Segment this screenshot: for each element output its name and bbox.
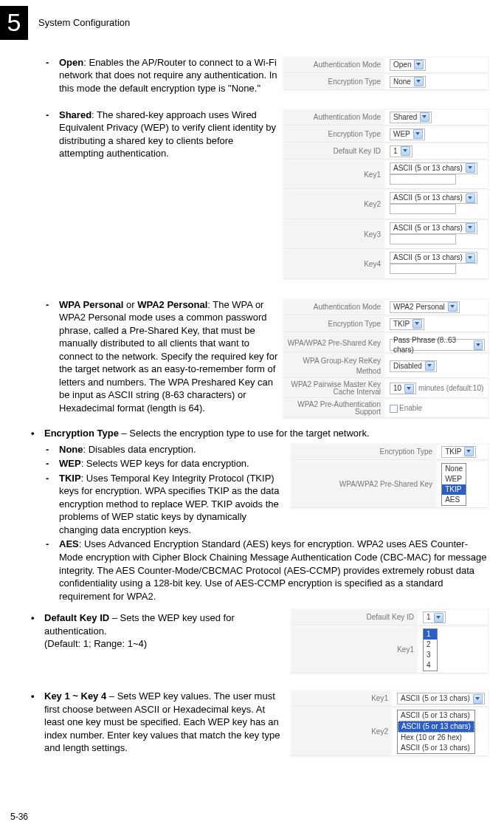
dropdown-enc-type[interactable]: TKIP (390, 318, 424, 330)
screenshot-open: Authentication Mode Open Encryption Type… (283, 56, 489, 92)
table-row: Key4ASCII (5 or 13 chars) (284, 250, 488, 279)
chevron-down-icon (412, 319, 422, 329)
checkbox-preauth[interactable] (390, 405, 398, 413)
dropdown-key2[interactable]: ASCII (5 or 13 chars) (390, 192, 477, 204)
table-row: Key2ASCII (5 or 13 chars) (284, 191, 488, 219)
label-enc-type: Encryption Type (284, 75, 384, 90)
chevron-down-icon (466, 193, 475, 203)
bullet-dot: • (31, 690, 44, 703)
table-row: Key3ASCII (5 or 13 chars) (284, 221, 488, 250)
key14-option-ascii2[interactable]: ASCII (5 or 13 chars) (398, 743, 474, 753)
chevron-down-icon (466, 253, 475, 263)
item-wpa-text: WPA Personal or WPA2 Personal: The WPA o… (59, 298, 278, 415)
chevron-down-icon (425, 361, 435, 371)
screenshot-wpa: Authentication ModeWPA2 Personal Encrypt… (283, 298, 489, 420)
dropdown-enc-type[interactable]: WEP (390, 128, 425, 140)
dropdown-rekey[interactable]: Disabled (390, 360, 437, 372)
chevron-down-icon (404, 384, 414, 394)
table-row: Key1 1 2 3 4 (291, 627, 488, 673)
dropdown-key4[interactable]: ASCII (5 or 13 chars) (390, 252, 477, 264)
key14-option-hex[interactable]: Hex (10 or 26 hex) (398, 733, 474, 743)
dropdown-default-key[interactable]: 1 (390, 145, 412, 157)
item-aes-text: AES: Uses Advanced Encryption Standard (… (59, 538, 489, 603)
item-open: Authentication Mode Open Encryption Type… (31, 56, 489, 97)
chevron-down-icon (473, 694, 483, 704)
input-key3[interactable] (390, 234, 456, 244)
dropdown-key3[interactable]: ASCII (5 or 13 chars) (390, 222, 477, 234)
enc-options-open[interactable]: None WEP TKIP AES (441, 463, 466, 506)
key14-option-ascii[interactable]: ASCII (5 or 13 chars) (398, 710, 474, 721)
enc-option-tkip[interactable]: TKIP (442, 484, 466, 495)
page-content: Authentication Mode Open Encryption Type… (0, 52, 504, 759)
table-row: Encryption TypeTKIP (291, 445, 488, 460)
chevron-down-icon (466, 163, 475, 173)
dropdown-pmk-interval[interactable]: 10 (390, 383, 416, 394)
table-row: Authentication ModeShared (284, 110, 488, 126)
bullet-dash: - (46, 538, 59, 551)
dropdown-default-key[interactable]: 1 (423, 611, 446, 623)
defkey-options-open[interactable]: 1 2 3 4 (423, 628, 438, 671)
input-key2[interactable] (390, 204, 456, 214)
page-number: 5-36 (10, 811, 28, 823)
defkey-option-4[interactable]: 4 (424, 660, 437, 671)
dropdown-psk[interactable]: Pass Phrase (8..63 chars) (390, 339, 485, 351)
table-row: Default Key ID1 (284, 144, 488, 160)
chevron-down-icon (448, 302, 458, 312)
bullet-dash: - (46, 56, 59, 69)
bullet-dot: • (31, 611, 44, 625)
key14-options-open[interactable]: ASCII (5 or 13 chars) ASCII (5 or 13 cha… (397, 710, 475, 754)
item-encryption-type: • Encryption Type – Selects the encrypti… (31, 427, 489, 440)
chapter-title: System Configuration (38, 16, 130, 30)
chapter-header: 5 System Configuration (0, 0, 504, 52)
dropdown-key1[interactable]: ASCII (5 or 13 chars) (390, 162, 477, 174)
bullet-dash: - (46, 457, 59, 470)
bullet-dash: - (46, 472, 59, 485)
chevron-down-icon (401, 146, 410, 156)
table-row: WPA2 Pairwise Master Key Cache Interval1… (284, 380, 488, 398)
value-enc-type: None (385, 75, 488, 90)
label-auth-mode: Authentication Mode (284, 58, 384, 73)
item-wpa: Authentication ModeWPA2 Personal Encrypt… (31, 298, 489, 422)
bullet-dash: - (46, 443, 59, 456)
item-tkip-text: TKIP: Uses Temporal Key Integrity Protoc… (59, 472, 286, 537)
dropdown-auth-mode[interactable]: Shared (390, 112, 432, 123)
defkey-option-1[interactable]: 1 (424, 629, 437, 640)
defkey-option-2[interactable]: 2 (424, 640, 437, 650)
table-row: Authentication ModeWPA2 Personal (284, 300, 488, 315)
enc-option-none[interactable]: None (442, 464, 466, 474)
chapter-number: 5 (0, 6, 28, 40)
dropdown-key1[interactable]: ASCII (5 or 13 chars) (397, 693, 485, 705)
table-row: Encryption Type None (284, 75, 488, 90)
table-row: WPA/WPA2 Pre-Shared KeyPass Phrase (8..6… (284, 334, 488, 354)
screenshot-enc-type: Encryption TypeTKIP WPA/WPA2 Pre-Shared … (290, 443, 489, 510)
enc-option-aes[interactable]: AES (442, 495, 466, 505)
chevron-down-icon (414, 77, 424, 86)
item-wep-text: WEP: Selects WEP keys for data encryptio… (59, 457, 286, 470)
chevron-down-icon (434, 613, 443, 623)
item-encryption-type-text: Encryption Type – Selects the encryption… (44, 427, 489, 440)
table-row: WPA Group-Key ReKey MethodDisabled (284, 354, 488, 378)
bullet-dot: • (31, 427, 44, 440)
dropdown-auth-mode[interactable]: Open (390, 59, 426, 71)
input-key4[interactable] (390, 264, 456, 274)
enc-option-wep[interactable]: WEP (442, 474, 466, 484)
dropdown-auth-mode[interactable]: WPA2 Personal (390, 301, 460, 313)
input-key1[interactable] (390, 174, 456, 185)
item-default-key-text: Default Key ID – Sets the WEP key used f… (44, 611, 286, 651)
table-row: Key1ASCII (5 or 13 chars) (284, 161, 488, 190)
enc-sublist: Encryption TypeTKIP WPA/WPA2 Pre-Shared … (31, 443, 489, 605)
table-row: Encryption TypeWEP (284, 127, 488, 143)
item-default-key-id: Default Key ID1 Key1 1 2 3 4 • Default K… (31, 609, 489, 676)
chevron-down-icon (474, 340, 483, 350)
table-row: Authentication Mode Open (284, 58, 488, 73)
defkey-option-3[interactable]: 3 (424, 650, 437, 660)
bullet-dash: - (46, 109, 59, 122)
table-row: Key2 ASCII (5 or 13 chars) ASCII (5 or 1… (291, 708, 488, 756)
key14-option-ascii-sel[interactable]: ASCII (5 or 13 chars) (398, 721, 474, 733)
dropdown-enc-type[interactable]: None (390, 76, 426, 88)
chevron-down-icon (466, 223, 475, 233)
dropdown-enc-type[interactable]: TKIP (441, 446, 476, 458)
item-none-text: None: Disables data encryption. (59, 443, 286, 456)
chevron-down-icon (420, 112, 429, 122)
chevron-down-icon (413, 129, 423, 139)
